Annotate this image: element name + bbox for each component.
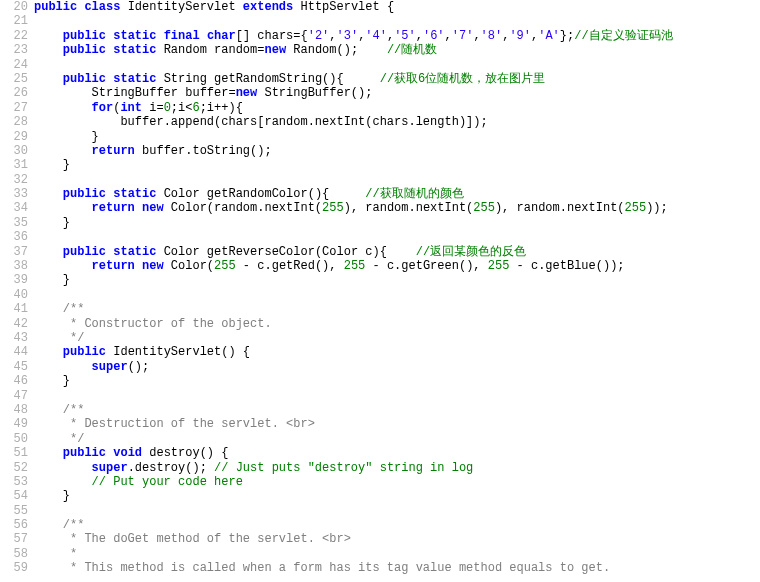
line-number: 38 [4,259,28,273]
code-line: public void destroy() { [34,446,760,460]
line-number: 24 [4,58,28,72]
token-id: } [92,130,99,144]
token-kw: extends [243,0,293,14]
token-kw: new [142,201,164,215]
token-str: '5' [394,29,416,43]
token-kw: public [63,245,106,259]
token-kw: super [92,461,128,475]
token-doc: * [63,547,77,561]
code-line: super(); [34,360,760,374]
code-line: * Destruction of the servlet. <br> [34,417,760,431]
line-number: 47 [4,389,28,403]
token-doc: /** [63,302,85,316]
indent [34,345,63,359]
code-line: public class IdentityServlet extends Htt… [34,0,760,14]
code-line: * This method is called when a form has … [34,561,760,575]
line-number: 34 [4,201,28,215]
token-doc: /** [63,403,85,417]
line-number: 49 [4,417,28,431]
indent [34,403,63,417]
line-number: 43 [4,331,28,345]
token-id: ), random.nextInt( [344,201,474,215]
code-line: /** [34,518,760,532]
code-line: StringBuffer buffer=new StringBuffer(); [34,86,760,100]
line-number: 58 [4,547,28,561]
token-str: '4' [365,29,387,43]
code-line: */ [34,432,760,446]
token-num: 255 [488,259,510,273]
token-id [135,201,142,215]
line-number: 46 [4,374,28,388]
token-kw: super [92,360,128,374]
token-id: Color getReverseColor(Color c){ [156,245,415,259]
indent [34,86,92,100]
indent [34,389,63,403]
code-editor: 2021222324252627282930313233343536373839… [0,0,760,576]
indent [34,158,63,172]
line-number: 53 [4,475,28,489]
indent [34,115,120,129]
token-doc: * Destruction of the servlet. <br> [63,417,315,431]
token-id [156,29,163,43]
indent [34,317,63,331]
indent [34,130,92,144]
indent [34,230,63,244]
token-id: - c.getBlue()); [509,259,624,273]
code-line: /** [34,302,760,316]
indent [34,273,63,287]
token-kw: void [113,446,142,460]
code-line: public static Random random=new Random()… [34,43,760,57]
token-kw: public [63,43,106,57]
code-line: return buffer.toString(); [34,144,760,158]
token-id: HttpServlet { [293,0,394,14]
token-kw: char [207,29,236,43]
indent [34,518,63,532]
token-kw: class [84,0,120,14]
token-doc: */ [63,331,85,345]
token-id: ;i++){ [200,101,243,115]
token-str: '2' [308,29,330,43]
token-id: , [416,29,423,43]
token-kw: static [113,245,156,259]
token-com: //获取6位随机数，放在图片里 [380,72,546,86]
line-number: 22 [4,29,28,43]
token-id: ;i< [171,101,193,115]
line-number: 52 [4,461,28,475]
code-line [34,288,760,302]
token-id: IdentityServlet() { [106,345,250,359]
line-number: 36 [4,230,28,244]
code-line: return new Color(255 - c.getRed(), 255 -… [34,259,760,273]
code-line: * [34,547,760,561]
token-kw: static [113,187,156,201]
line-number: 55 [4,504,28,518]
indent [34,417,63,431]
indent [34,288,63,302]
token-kw: public [63,345,106,359]
token-kw: static [113,72,156,86]
token-kw: public [34,0,77,14]
line-number: 41 [4,302,28,316]
token-id: .destroy(); [128,461,214,475]
line-number: 21 [4,14,28,28]
indent [34,547,63,561]
line-number: 28 [4,115,28,129]
token-id: } [63,374,70,388]
line-number: 30 [4,144,28,158]
token-id: } [63,216,70,230]
token-num: 0 [164,101,171,115]
token-id: Color(random.nextInt( [164,201,322,215]
code-line [34,173,760,187]
token-com: //返回某颜色的反色 [416,245,526,259]
line-number: 44 [4,345,28,359]
token-kw: new [142,259,164,273]
indent [34,331,63,345]
token-id: StringBuffer(); [257,86,372,100]
token-id: String getRandomString(){ [156,72,379,86]
indent [34,489,63,503]
code-line: for(int i=0;i<6;i++){ [34,101,760,115]
code-line [34,504,760,518]
code-line: super.destroy(); // Just puts "destroy" … [34,461,760,475]
token-id: IdentityServlet [120,0,242,14]
code-line: public static final char[] chars={'2','3… [34,29,760,43]
line-number: 39 [4,273,28,287]
